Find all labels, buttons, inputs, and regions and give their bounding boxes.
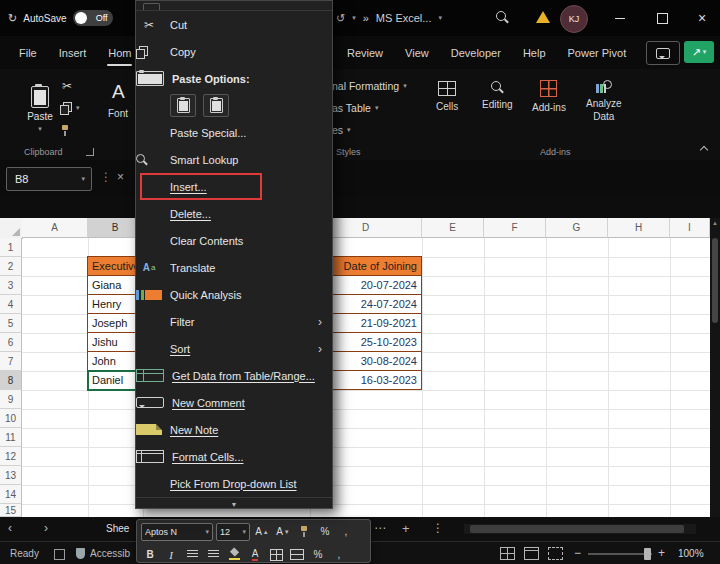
ribbon-tab-view[interactable]: View	[394, 36, 440, 69]
row-header-14[interactable]: 14	[0, 485, 22, 504]
ribbon-tab-power-pivot[interactable]: Power Pivot	[557, 36, 638, 69]
avatar[interactable]: KJ	[560, 5, 588, 33]
zoom-slider-knob[interactable]	[644, 548, 651, 560]
accessibility-status[interactable]: Accessib	[90, 548, 130, 559]
zoom-in-button[interactable]: +	[658, 546, 665, 560]
context-menu-item-quick-analysis[interactable]: Quick Analysis	[136, 281, 332, 308]
autosave-toggle[interactable]: Off	[73, 10, 113, 26]
context-menu-item-get-data[interactable]: Get Data from Table/Range...	[136, 362, 332, 389]
ribbon-tab-developer[interactable]: Developer	[440, 36, 512, 69]
context-menu-item-filter[interactable]: Filter›	[136, 308, 332, 335]
add-ins-button[interactable]: Add-ins	[532, 80, 566, 113]
context-menu-item-sort[interactable]: Sort›	[136, 335, 332, 362]
undo-icon[interactable]: ↺	[336, 12, 345, 25]
add-sheet-button[interactable]: +	[402, 521, 410, 536]
bold-button[interactable]: B	[141, 547, 159, 563]
ribbon-tab-file[interactable]: File	[8, 36, 48, 69]
percent-style-button[interactable]: %	[316, 524, 334, 540]
next-sheet-icon[interactable]: ›	[44, 521, 48, 535]
context-menu-item-copy[interactable]: Copy	[136, 38, 332, 65]
context-menu-item-format-cells[interactable]: Format Cells...	[136, 443, 332, 470]
row-header-6[interactable]: 6	[0, 333, 22, 352]
horizontal-scrollbar-thumb[interactable]	[470, 525, 684, 533]
row-header-10[interactable]: 10	[0, 409, 22, 428]
increase-font-button[interactable]: A▲	[253, 524, 271, 540]
previous-sheet-icon[interactable]: ‹	[8, 521, 12, 535]
column-header-E[interactable]: E	[422, 218, 484, 238]
select-all-corner[interactable]	[0, 218, 23, 239]
copy-button[interactable]: ▾	[60, 101, 80, 115]
share-button[interactable]: ↗▾	[684, 41, 714, 63]
context-menu-item-clear-contents[interactable]: Clear Contents	[136, 227, 332, 254]
borders-button[interactable]	[267, 547, 285, 563]
font-color-button[interactable]: A	[246, 547, 264, 563]
context-menu-item-delete[interactable]: Delete...	[136, 200, 332, 227]
scroll-up-icon[interactable]: ▲	[710, 220, 720, 226]
merge-center-button[interactable]	[288, 547, 306, 563]
context-menu-scroll-down[interactable]: ▼	[136, 497, 332, 510]
sheet-menu-icon[interactable]: ⋮	[432, 521, 444, 535]
context-menu-item-paste-special[interactable]: Paste Special...	[136, 119, 332, 146]
cells-button[interactable]: Cells	[436, 81, 458, 112]
percent-format-button[interactable]: %	[309, 547, 327, 563]
horizontal-scrollbar[interactable]	[464, 524, 696, 534]
paste-option-button[interactable]	[170, 94, 196, 117]
search-icon[interactable]	[496, 11, 509, 24]
warning-icon[interactable]	[536, 11, 550, 23]
cut-button[interactable]	[60, 79, 80, 93]
font-size-combo[interactable]: 12 ▾	[216, 523, 250, 541]
format-as-table-button[interactable]: as Table ▾	[332, 102, 378, 114]
ribbon-tab-review[interactable]: Review	[336, 36, 394, 69]
row-header-8[interactable]: 8	[0, 371, 22, 390]
name-box-dropdown-icon[interactable]: ▾	[81, 175, 85, 183]
name-box[interactable]: B8 ▾	[6, 167, 92, 191]
italic-button[interactable]: I	[162, 547, 180, 563]
page-break-view-button[interactable]	[548, 547, 563, 560]
row-header-11[interactable]: 11	[0, 428, 22, 447]
zoom-level[interactable]: 100%	[678, 548, 704, 559]
row-header-5[interactable]: 5	[0, 314, 22, 333]
row-header-7[interactable]: 7	[0, 352, 22, 371]
ribbon-tab-insert[interactable]: Insert	[48, 36, 98, 69]
normal-view-button[interactable]	[500, 547, 515, 560]
zoom-out-button[interactable]: −	[574, 546, 581, 560]
align-center-button[interactable]	[204, 547, 222, 563]
decrease-font-button[interactable]: A▼	[274, 524, 292, 540]
undo-dropdown-icon[interactable]: ▾	[352, 14, 356, 22]
cell-styles-button[interactable]: es ▾	[332, 124, 351, 136]
comma-format-button[interactable]: ,	[330, 547, 348, 563]
context-menu-item-smart-lookup[interactable]: Smart Lookup	[136, 146, 332, 173]
vertical-scrollbar[interactable]: ▲	[710, 218, 720, 517]
row-header-12[interactable]: 12	[0, 447, 22, 466]
row-header-3[interactable]: 3	[0, 276, 22, 295]
qat-overflow-icon[interactable]: »	[363, 12, 369, 24]
column-header-G[interactable]: G	[546, 218, 608, 238]
fill-color-button[interactable]	[225, 547, 243, 563]
analyze-data-button[interactable]: Analyze Data	[586, 80, 622, 122]
comments-button[interactable]	[646, 41, 680, 65]
page-layout-view-button[interactable]	[524, 547, 539, 560]
paste-option-button[interactable]	[203, 94, 229, 117]
macro-record-icon[interactable]	[54, 549, 65, 560]
align-left-button[interactable]	[183, 547, 201, 563]
close-button[interactable]: ×	[684, 0, 720, 36]
ribbon-tab-help[interactable]: Help	[512, 36, 557, 69]
vertical-scrollbar-thumb[interactable]	[712, 238, 718, 323]
format-painter-button[interactable]	[60, 123, 80, 137]
clipboard-dialog-launcher-icon[interactable]	[86, 148, 94, 156]
column-header-H[interactable]: H	[608, 218, 670, 238]
row-header-15[interactable]: 15	[0, 504, 22, 517]
maximize-button[interactable]	[644, 0, 680, 36]
editing-button[interactable]: Editing	[482, 81, 513, 110]
font-name-combo[interactable]: Aptos N ▾	[141, 523, 213, 541]
context-menu-item-new-note[interactable]: New Note	[136, 416, 332, 443]
row-header-2[interactable]: 2	[0, 257, 22, 276]
minimize-button[interactable]	[602, 0, 638, 36]
column-header-A[interactable]: A	[22, 218, 88, 238]
cancel-icon[interactable]: ×	[117, 170, 124, 184]
zoom-slider[interactable]	[588, 553, 652, 555]
row-header-4[interactable]: 4	[0, 295, 22, 314]
context-menu-item-new-comment[interactable]: New Comment	[136, 389, 332, 416]
context-menu-item-pick-from-dropdown[interactable]: Pick From Drop-down List	[136, 470, 332, 497]
row-header-1[interactable]: 1	[0, 238, 22, 257]
